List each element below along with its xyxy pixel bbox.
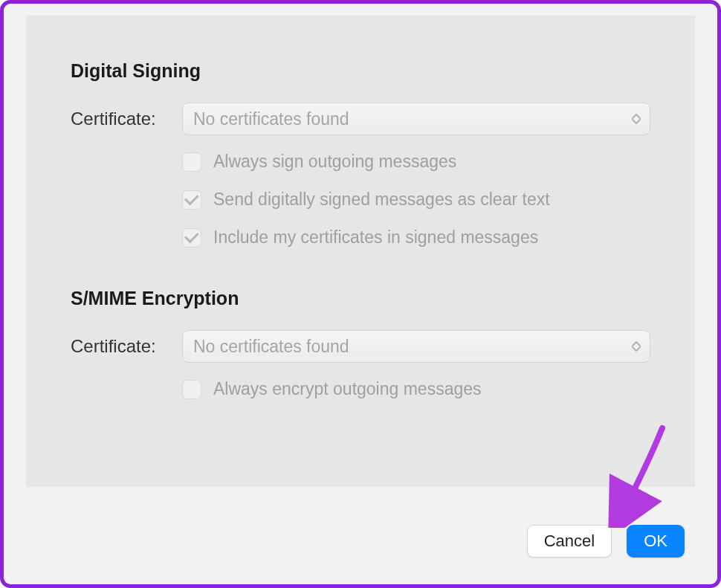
send-clear-text-checkbox[interactable]: [182, 190, 201, 210]
updown-icon: [632, 340, 641, 352]
encryption-certificate-row: Certificate: No certificates found: [71, 330, 650, 363]
digital-signing-section: Digital Signing Certificate: No certific…: [71, 60, 650, 248]
always-encrypt-row: Always encrypt outgoing messages: [71, 379, 650, 399]
encryption-certificate-select[interactable]: No certificates found: [182, 330, 650, 363]
always-sign-checkbox[interactable]: [182, 152, 201, 172]
signing-certificate-select[interactable]: No certificates found: [182, 103, 650, 135]
signing-certificate-label: Certificate:: [71, 109, 182, 129]
digital-signing-title: Digital Signing: [71, 60, 650, 82]
send-clear-text-row: Send digitally signed messages as clear …: [71, 190, 650, 210]
always-encrypt-checkbox[interactable]: [182, 380, 201, 399]
include-certificates-checkbox[interactable]: [182, 228, 201, 248]
include-certificates-label: Include my certificates in signed messag…: [213, 227, 538, 248]
encryption-certificate-value: No certificates found: [193, 337, 349, 357]
smime-encryption-section: S/MIME Encryption Certificate: No certif…: [71, 288, 650, 399]
signing-certificate-value: No certificates found: [193, 109, 349, 129]
ok-button[interactable]: OK: [627, 525, 685, 558]
dialog-frame: Digital Signing Certificate: No certific…: [0, 0, 721, 588]
encryption-certificate-label: Certificate:: [71, 336, 182, 357]
updown-icon: [632, 113, 641, 125]
smime-encryption-title: S/MIME Encryption: [71, 288, 650, 309]
settings-panel: Digital Signing Certificate: No certific…: [26, 16, 695, 487]
signing-certificate-row: Certificate: No certificates found: [71, 103, 650, 135]
always-sign-label: Always sign outgoing messages: [213, 152, 456, 172]
include-certificates-row: Include my certificates in signed messag…: [71, 227, 650, 248]
always-sign-row: Always sign outgoing messages: [71, 152, 650, 172]
cancel-button[interactable]: Cancel: [527, 525, 612, 558]
send-clear-text-label: Send digitally signed messages as clear …: [213, 190, 550, 210]
always-encrypt-label: Always encrypt outgoing messages: [213, 379, 482, 399]
dialog-button-row: Cancel OK: [527, 525, 685, 558]
